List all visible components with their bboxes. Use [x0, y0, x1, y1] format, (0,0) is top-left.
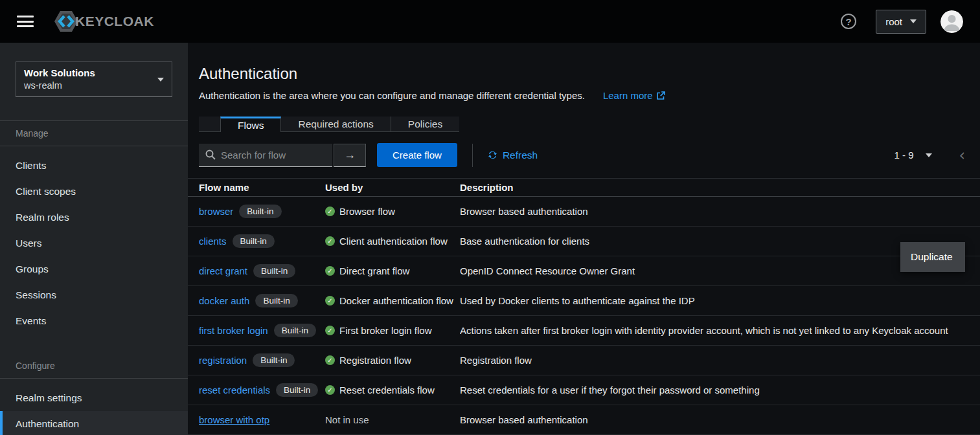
built-in-badge: Built-in	[253, 264, 295, 278]
flow-link-browser[interactable]: browser	[199, 206, 233, 217]
flow-link-clients[interactable]: clients	[199, 236, 227, 247]
realm-name: ws-realm	[24, 80, 157, 92]
brand-text: KEYCLOAK	[75, 14, 154, 29]
used-by-label: Browser flow	[339, 206, 395, 217]
user-menu-label: root	[885, 16, 902, 27]
description-cell: Base authentication for clients	[460, 236, 956, 247]
tab-flows[interactable]: Flows	[220, 117, 281, 132]
tab-required-actions[interactable]: Required actions	[281, 117, 390, 132]
nav-toggle-icon[interactable]	[17, 16, 34, 27]
description-cell: Registration flow	[460, 355, 956, 366]
flow-link-reset-credentials[interactable]: reset credentials	[199, 385, 270, 396]
table-row: browserBuilt-in✓Browser flowBrowser base…	[188, 197, 980, 227]
sidebar-item-authentication[interactable]: Authentication	[0, 411, 188, 435]
tab-policies[interactable]: Policies	[391, 117, 459, 132]
caret-down-icon	[926, 153, 932, 157]
refresh-icon	[488, 150, 497, 160]
sidebar-nav: ManageClientsClient scopesRealm rolesUse…	[0, 120, 188, 435]
built-in-badge: Built-in	[239, 205, 281, 218]
masthead: KEYCLOAK ? root	[0, 0, 980, 43]
description-cell: OpenID Connect Resource Owner Grant	[460, 265, 956, 276]
used-by-label: Direct grant flow	[339, 265, 409, 276]
flow-link-first-broker-login[interactable]: first broker login	[199, 325, 268, 336]
user-menu-dropdown[interactable]: root	[876, 10, 926, 34]
used-by-cell: ✓Registration flow	[325, 355, 460, 366]
description-cell: Reset credentials for a user if they for…	[460, 385, 956, 396]
row-actions-cell	[956, 381, 980, 400]
learn-more-link[interactable]: Learn more	[603, 90, 665, 101]
built-in-badge: Built-in	[274, 324, 316, 337]
check-circle-icon: ✓	[325, 355, 335, 365]
keycloak-logo[interactable]: KEYCLOAK	[53, 8, 154, 34]
used-by-label: Client authentication flow	[339, 236, 448, 247]
search-icon	[205, 150, 216, 160]
row-actions-cell	[956, 321, 980, 340]
description-cell: Browser based authentication	[460, 414, 956, 425]
check-circle-icon: ✓	[325, 326, 335, 335]
realm-selector[interactable]: Work Solutions ws-realm	[16, 61, 172, 97]
sidebar: Work Solutions ws-realm ManageClientsCli…	[0, 43, 188, 435]
used-by-label: First broker login flow	[339, 325, 432, 336]
realm-org-name: Work Solutions	[24, 67, 157, 80]
pagination: 1 - 9 ‹ ›	[894, 148, 980, 163]
description-cell: Browser based authentication	[460, 206, 956, 217]
flow-link-browser-with-otp[interactable]: browser with otp	[199, 414, 269, 425]
column-header-flow-name: Flow name	[199, 182, 325, 193]
create-flow-button[interactable]: Create flow	[377, 143, 457, 167]
tabs: FlowsRequired actionsPolicies	[188, 117, 980, 132]
avatar[interactable]	[940, 10, 963, 33]
column-header-used-by: Used by	[325, 182, 460, 193]
sidebar-item-groups[interactable]: Groups	[0, 256, 188, 282]
used-by-cell: Not in use	[325, 414, 460, 425]
flow-name-cell: clientsBuilt-in	[199, 234, 325, 248]
description-cell: Actions taken after first broker login w…	[460, 325, 956, 336]
refresh-label: Refresh	[503, 150, 538, 161]
flow-name-cell: browserBuilt-in	[199, 205, 325, 218]
built-in-badge: Built-in	[276, 383, 318, 397]
used-by-cell: ✓Client authentication flow	[325, 236, 460, 247]
learn-more-label: Learn more	[603, 90, 653, 101]
flow-name-cell: docker authBuilt-in	[199, 294, 325, 307]
table-header: Flow nameUsed byDescription	[188, 179, 980, 197]
nav-group-manage: ManageClientsClient scopesRealm rolesUse…	[0, 120, 188, 334]
pagination-range-dropdown[interactable]: 1 - 9	[894, 150, 931, 161]
table-row: direct grantBuilt-in✓Direct grant flowOp…	[188, 256, 980, 286]
menu-item-duplicate[interactable]: Duplicate	[900, 250, 965, 264]
flow-name-cell: direct grantBuilt-in	[199, 264, 325, 278]
used-by-cell: ✓Browser flow	[325, 206, 460, 217]
used-by-label: Registration flow	[339, 355, 411, 366]
sidebar-item-users[interactable]: Users	[0, 230, 188, 256]
flow-name-cell: browser with otp	[199, 414, 325, 425]
flow-link-direct-grant[interactable]: direct grant	[199, 265, 247, 276]
row-actions-cell	[956, 410, 980, 430]
row-actions-cell	[956, 291, 980, 311]
refresh-button[interactable]: Refresh	[488, 150, 538, 161]
search-input[interactable]	[221, 150, 326, 161]
flow-link-docker-auth[interactable]: docker auth	[199, 295, 249, 306]
table-body: browserBuilt-in✓Browser flowBrowser base…	[188, 197, 980, 435]
pagination-range-label: 1 - 9	[894, 150, 913, 161]
sidebar-item-realm-roles[interactable]: Realm roles	[0, 205, 188, 230]
sidebar-item-realm-settings[interactable]: Realm settings	[0, 385, 188, 411]
external-link-icon	[656, 91, 665, 100]
sidebar-item-client-scopes[interactable]: Client scopes	[0, 179, 188, 205]
table-row: registrationBuilt-in✓Registration flowRe…	[188, 346, 980, 375]
help-icon[interactable]: ?	[841, 14, 856, 29]
pagination-prev-button[interactable]: ‹	[959, 148, 966, 163]
table-row: browser with otpNot in useBrowser based …	[188, 405, 980, 435]
table-row: clientsBuilt-in✓Client authentication fl…	[188, 227, 980, 256]
used-by-cell: ✓First broker login flow	[325, 325, 460, 336]
flow-link-registration[interactable]: registration	[199, 355, 247, 366]
sidebar-item-events[interactable]: Events	[0, 308, 188, 334]
sidebar-item-clients[interactable]: Clients	[0, 153, 188, 179]
check-circle-icon: ✓	[325, 236, 335, 246]
search-submit-button[interactable]: →	[334, 144, 366, 167]
main-content: Authentication Authentication is the are…	[188, 43, 980, 435]
check-circle-icon: ✓	[325, 385, 335, 395]
sidebar-item-sessions[interactable]: Sessions	[0, 282, 188, 308]
flow-name-cell: first broker loginBuilt-in	[199, 324, 325, 337]
toolbar: → Create flow Refresh 1 - 9 ‹ ›	[188, 132, 980, 179]
used-by-cell: ✓Docker authentication flow	[325, 295, 460, 306]
row-actions-menu: Duplicate	[900, 242, 965, 272]
description-cell: Used by Docker clients to authenticate a…	[460, 295, 956, 306]
